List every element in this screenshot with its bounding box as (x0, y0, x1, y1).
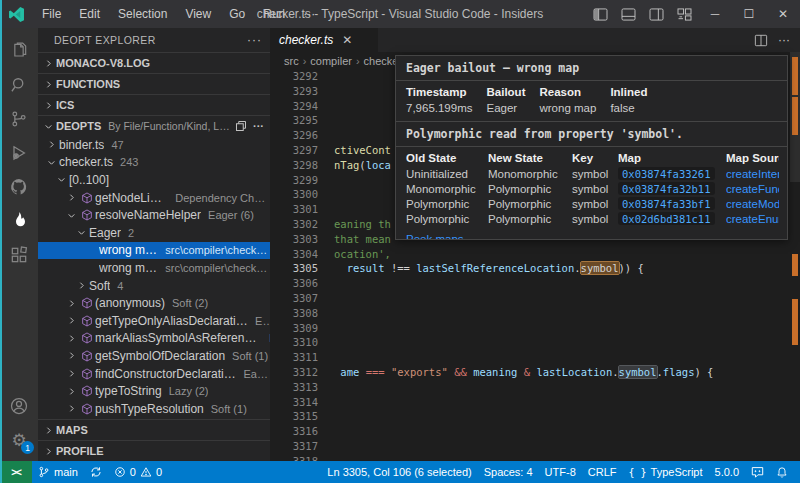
tree-item-gettypeonlyaliasdeclaration[interactable]: getTypeOnlyAliasDeclarationEager (1) (38, 312, 270, 330)
tree-item--0-100-[interactable]: [0..100] (38, 171, 270, 189)
settings-gear-icon[interactable]: ⚙ 1 (0, 423, 38, 457)
chevron-down-icon[interactable] (64, 211, 79, 220)
branch-indicator[interactable]: main (32, 461, 84, 483)
tree-item-findconstructordeclaration[interactable]: findConstructorDeclarationEager (1) (38, 365, 270, 383)
code-line-3316: 3316 (270, 424, 790, 439)
line-number: 3316 (270, 424, 318, 439)
indentation[interactable]: Spaces: 4 (478, 461, 539, 483)
sync-button[interactable] (84, 461, 108, 483)
tree-item-eager[interactable]: Eager2 (38, 224, 270, 242)
cursor-position[interactable]: Ln 3305, Col 106 (6 selected) (321, 461, 477, 483)
symbol-method-icon (81, 368, 93, 380)
menu-run[interactable]: Run (254, 0, 294, 28)
chevron-down-icon[interactable] (44, 158, 59, 167)
tree-item-markaliassymbolasreferenced[interactable]: markAliasSymbolAsReferencedEager (1) (38, 330, 270, 348)
section-deopts[interactable]: DEOPTS By File/Function/Kind, Location ·… (38, 115, 270, 136)
section-functions[interactable]: FUNCTIONS (38, 73, 270, 94)
symbol-method-icon (81, 192, 93, 204)
github-icon[interactable] (0, 170, 38, 204)
tree-item-checker-ts[interactable]: checker.ts243 (38, 154, 270, 172)
toggle-primary-sidebar-icon[interactable] (586, 0, 614, 28)
chevron-right-icon[interactable] (64, 404, 79, 413)
tree-item-wrong-map[interactable]: wrong mapsrc\compiler\checker.ts:330... (38, 242, 270, 260)
bailout-row: 7,965.199msEagerwrong mapfalse (406, 100, 661, 115)
tree-item-pushtyperesolution[interactable]: pushTypeResolutionSoft (1) (38, 400, 270, 418)
tree-item-binder-ts[interactable]: binder.ts47 (38, 136, 270, 154)
chevron-right-icon[interactable] (64, 193, 79, 202)
section-monaco-v8-log[interactable]: MONACO-V8.LOG (38, 52, 270, 73)
tree-item-soft[interactable]: Soft4 (38, 277, 270, 295)
chevron-right-icon[interactable] (64, 351, 79, 360)
map-source-link[interactable]: createFunctionDeclaration (726, 183, 779, 195)
extensions-icon[interactable] (0, 238, 38, 272)
chevron-right-icon[interactable] (64, 316, 79, 325)
notifications-bell[interactable] (770, 461, 794, 483)
minimize-icon[interactable]: ─ (698, 0, 732, 28)
line-number: 3307 (270, 291, 318, 306)
eol[interactable]: CRLF (582, 461, 623, 483)
chevron-right-icon[interactable] (64, 299, 79, 308)
customize-layout-icon[interactable] (670, 0, 698, 28)
menu-go[interactable]: Go (220, 0, 254, 28)
line-number: 3310 (270, 335, 318, 350)
section-profile[interactable]: PROFILE (38, 440, 270, 461)
menu-edit[interactable]: Edit (70, 0, 109, 28)
tree-item-getsymbolofdeclaration[interactable]: getSymbolOfDeclarationSoft (1) (38, 347, 270, 365)
encoding[interactable]: UTF-8 (539, 461, 582, 483)
chevron-down-icon[interactable] (54, 175, 69, 184)
search-icon[interactable] (0, 68, 38, 102)
breadcrumb-compiler[interactable]: compiler (310, 55, 352, 67)
collapse-all-icon[interactable] (235, 120, 247, 132)
chevron-right-icon[interactable] (64, 369, 79, 378)
explorer-icon[interactable] (0, 34, 38, 68)
breadcrumb-src[interactable]: src (284, 55, 299, 67)
ic-state-row: PolymorphicPolymorphicsymbol0x02d6bd381c… (406, 211, 779, 226)
deopts-more-actions-icon[interactable]: ··· (253, 120, 264, 132)
menu-selection[interactable]: Selection (109, 0, 176, 28)
chevron-right-icon[interactable] (64, 334, 79, 343)
chevron-right-icon[interactable] (64, 387, 79, 396)
maximize-icon[interactable]: ☐ (732, 0, 766, 28)
typescript-version[interactable]: 5.0.0 (709, 461, 745, 483)
menu-file[interactable]: File (33, 0, 70, 28)
menu-view[interactable]: View (176, 0, 220, 28)
editor-group: checker.ts ✕ ··· src›compiler›checker.ts… (270, 28, 800, 461)
map-source-link[interactable]: createEnumDeclaration (726, 213, 779, 225)
symbol-method-icon (81, 315, 93, 327)
map-address-link[interactable]: 0x02d6bd381c11 (618, 212, 715, 225)
code-line-3318: 3318 (270, 454, 790, 461)
tree-item-typetostring[interactable]: typeToStringLazy (2) (38, 382, 270, 400)
map-source-link[interactable]: createInterfaceDeclaration (726, 168, 779, 180)
toggle-secondary-sidebar-icon[interactable] (642, 0, 670, 28)
map-address-link[interactable]: 0x03874fa33261 (618, 167, 715, 180)
run-and-debug-icon[interactable] (0, 136, 38, 170)
toggle-panel-icon[interactable] (614, 0, 642, 28)
feedback-button[interactable] (745, 461, 770, 483)
remote-indicator[interactable]: >< (0, 461, 32, 483)
problems-indicator[interactable]: 00 (108, 461, 168, 483)
editor-more-actions-icon[interactable]: ··· (778, 33, 790, 47)
tree-item-wrong-map[interactable]: wrong mapsrc\compiler\checker.ts:348... (38, 259, 270, 277)
peek-maps-link[interactable]: Peek maps (406, 233, 464, 239)
chevron-right-icon[interactable] (44, 140, 59, 149)
tree-item-resolvenamehelper[interactable]: resolveNameHelperEager (6) (38, 206, 270, 224)
sidebar-more-actions-icon[interactable]: ··· (247, 33, 262, 47)
deopt-explorer-icon[interactable] (0, 204, 38, 238)
close-icon[interactable]: ✕ (766, 0, 800, 28)
accounts-icon[interactable] (0, 389, 38, 423)
source-control-icon[interactable] (0, 102, 38, 136)
section-maps[interactable]: MAPS (38, 419, 270, 440)
map-address-link[interactable]: 0x03874fa33bf1 (618, 197, 715, 210)
section-ics[interactable]: ICS (38, 94, 270, 115)
language-mode[interactable]: { }TypeScript (623, 461, 709, 483)
map-address-link[interactable]: 0x03874fa32b11 (618, 182, 715, 195)
split-editor-icon[interactable] (754, 34, 768, 47)
chevron-down-icon[interactable] (74, 228, 89, 237)
tab-checker-ts[interactable]: checker.ts ✕ (270, 28, 378, 52)
tree-item-getnodelinks[interactable]: getNodeLinksDependency Change (1) (38, 189, 270, 207)
tree-item--anonymous-[interactable]: (anonymous)Soft (2) (38, 294, 270, 312)
menu-[interactable]: ··· (294, 0, 324, 28)
chevron-right-icon[interactable] (74, 281, 89, 290)
map-source-link[interactable]: createModuleDeclaration (726, 198, 779, 210)
tab-close-icon[interactable]: ✕ (342, 33, 352, 47)
